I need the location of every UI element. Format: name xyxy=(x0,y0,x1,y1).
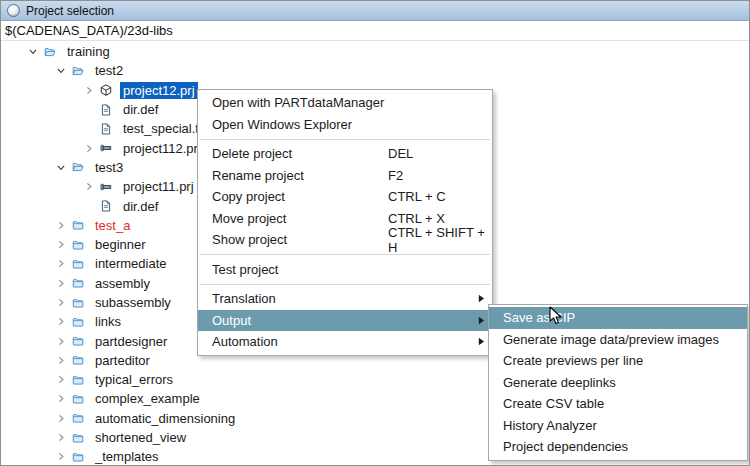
menu-separator xyxy=(200,284,490,285)
tree-item-label: typical_errors xyxy=(92,371,176,388)
menu-item-shortcut: CTRL + SHIFT + H xyxy=(388,225,492,255)
menu-item-label: Delete project xyxy=(212,146,292,161)
expander-collapsed[interactable] xyxy=(56,219,69,232)
cube-icon xyxy=(100,82,112,98)
expander-expanded[interactable] xyxy=(28,45,41,58)
expander-spacer xyxy=(84,200,97,213)
cube-icon xyxy=(100,82,116,98)
menu-item-label: Rename project xyxy=(212,168,304,183)
expander-collapsed[interactable] xyxy=(56,296,69,309)
tree-item-label: subassembly xyxy=(92,294,174,311)
chevron-right-icon xyxy=(56,238,66,251)
folder-closed-icon xyxy=(72,217,84,233)
menu-item-save-as-cip[interactable]: Save as CIP xyxy=(489,307,747,329)
menu-item-label: Output xyxy=(212,313,251,328)
expander-collapsed[interactable] xyxy=(84,84,97,97)
menu-item-generate-image-data-preview-images[interactable]: Generate image data/preview images xyxy=(489,329,747,351)
tree-item-label: project112.prj xyxy=(120,140,204,157)
chevron-right-icon xyxy=(56,335,66,348)
folder-closed-icon xyxy=(72,449,84,465)
folder-open-icon xyxy=(72,63,88,79)
menu-item-automation[interactable]: Automation xyxy=(198,331,492,353)
menu-item-delete-project[interactable]: Delete projectDEL xyxy=(198,143,492,165)
folder-closed-icon xyxy=(72,275,84,291)
app-sphere-icon xyxy=(7,4,20,17)
menu-item-copy-project[interactable]: Copy projectCTRL + C xyxy=(198,186,492,208)
bolt-icon xyxy=(100,179,112,195)
menu-separator xyxy=(200,139,490,140)
menu-item-project-dependencies[interactable]: Project dependencies xyxy=(489,436,747,458)
folder-closed-icon xyxy=(72,372,88,388)
folder-closed-icon xyxy=(72,352,84,368)
menu-item-show-project[interactable]: Show projectCTRL + SHIFT + H xyxy=(198,229,492,251)
library-path-field[interactable]: $(CADENAS_DATA)/23d-libs xyxy=(1,21,749,41)
submenu-arrow-icon xyxy=(478,337,485,346)
output-submenu: Save as CIPGenerate image data/preview i… xyxy=(488,304,748,461)
chevron-right-icon xyxy=(56,431,66,444)
menu-item-generate-deeplinks[interactable]: Generate deeplinks xyxy=(489,372,747,394)
chevron-right-icon xyxy=(56,277,66,290)
document-icon xyxy=(100,121,112,137)
menu-item-test-project[interactable]: Test project xyxy=(198,259,492,281)
menu-item-open-windows-explorer[interactable]: Open Windows Explorer xyxy=(198,114,492,136)
expander-collapsed[interactable] xyxy=(56,392,69,405)
expander-collapsed[interactable] xyxy=(56,335,69,348)
expander-collapsed[interactable] xyxy=(84,180,97,193)
expander-collapsed[interactable] xyxy=(56,373,69,386)
expander-collapsed[interactable] xyxy=(56,277,69,290)
expander-collapsed[interactable] xyxy=(56,257,69,270)
submenu-arrow-icon xyxy=(478,294,485,303)
menu-item-label: Generate image data/preview images xyxy=(503,332,719,347)
menu-item-create-previews-per-line[interactable]: Create previews per line xyxy=(489,350,747,372)
tree-item-label: links xyxy=(92,313,124,330)
chevron-right-icon xyxy=(56,296,66,309)
expander-collapsed[interactable] xyxy=(56,431,69,444)
menu-item-translation[interactable]: Translation xyxy=(198,288,492,310)
menu-item-label: Copy project xyxy=(212,189,285,204)
folder-closed-icon xyxy=(72,237,88,253)
tree-item-label: complex_example xyxy=(92,390,203,407)
menu-item-output[interactable]: Output xyxy=(198,310,492,332)
tree-item-label: shortened_view xyxy=(92,429,189,446)
expander-collapsed[interactable] xyxy=(56,450,69,463)
folder-closed-icon xyxy=(72,256,84,272)
folder-closed-icon xyxy=(72,391,88,407)
tree-item-label: automatic_dimensioning xyxy=(92,410,238,427)
menu-item-history-analyzer[interactable]: History Analyzer xyxy=(489,415,747,437)
expander-expanded[interactable] xyxy=(56,64,69,77)
menu-item-shortcut: CTRL + C xyxy=(388,189,446,204)
chevron-right-icon xyxy=(84,142,94,155)
expander-collapsed[interactable] xyxy=(56,315,69,328)
folder-open-icon xyxy=(44,44,56,60)
expander-spacer xyxy=(84,103,97,116)
folder-closed-icon xyxy=(72,314,84,330)
menu-item-rename-project[interactable]: Rename projectF2 xyxy=(198,165,492,187)
tree-item-label: dir.def xyxy=(120,198,161,215)
tree-item-training[interactable]: training xyxy=(2,42,749,61)
document-icon xyxy=(100,198,112,214)
folder-closed-icon xyxy=(72,256,88,272)
bolt-icon xyxy=(100,140,116,156)
document-icon xyxy=(100,121,116,137)
chevron-right-icon xyxy=(56,315,66,328)
tree-item-label: test3 xyxy=(92,159,126,176)
tree-item-label: partdesigner xyxy=(92,333,170,350)
tree-item-label: intermediate xyxy=(92,255,170,272)
expander-collapsed[interactable] xyxy=(84,142,97,155)
menu-item-shortcut: DEL xyxy=(388,146,413,161)
expander-expanded[interactable] xyxy=(56,161,69,174)
expander-collapsed[interactable] xyxy=(56,354,69,367)
chevron-right-icon xyxy=(56,219,66,232)
menu-item-label: Generate deeplinks xyxy=(503,375,616,390)
menu-item-shortcut: CTRL + X xyxy=(388,211,445,226)
menu-item-create-csv-table[interactable]: Create CSV table xyxy=(489,393,747,415)
menu-item-open-with-partdatamanager[interactable]: Open with PARTdataManager xyxy=(198,92,492,114)
chevron-right-icon xyxy=(56,450,66,463)
expander-collapsed[interactable] xyxy=(56,412,69,425)
tree-item-test2[interactable]: test2 xyxy=(2,61,749,80)
menu-item-label: Project dependencies xyxy=(503,439,628,454)
chevron-down-icon xyxy=(56,161,66,174)
expander-collapsed[interactable] xyxy=(56,238,69,251)
chevron-right-icon xyxy=(56,354,66,367)
folder-closed-icon xyxy=(72,295,84,311)
